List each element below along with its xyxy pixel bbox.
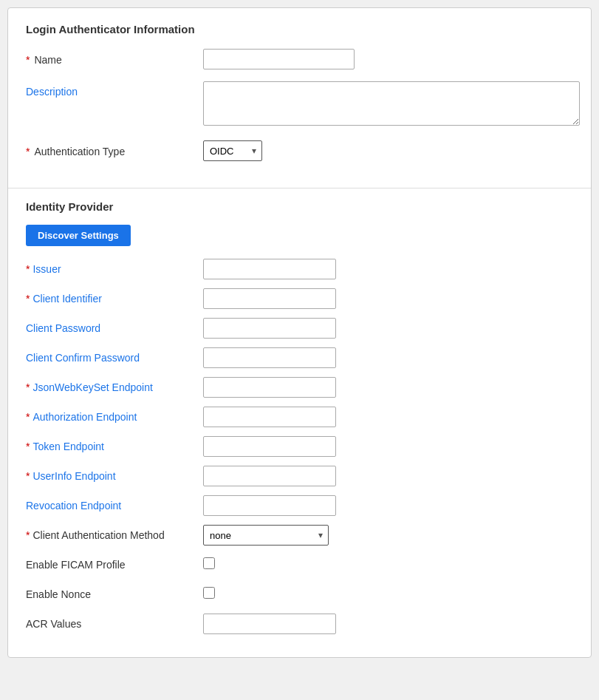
- userinfo-endpoint-label-col: * UserInfo Endpoint: [26, 470, 203, 482]
- client-identifier-input[interactable]: [203, 288, 336, 309]
- auth-type-row: * Authentication Type OIDC SAML Local: [26, 139, 573, 163]
- userinfo-endpoint-row: * UserInfo Endpoint: [26, 465, 573, 487]
- client-auth-method-required-star: *: [26, 529, 30, 541]
- enable-ficam-profile-field-col: [203, 557, 573, 572]
- name-row: * Name: [26, 47, 573, 71]
- login-authenticator-title: Login Authenticator Information: [26, 23, 573, 35]
- jwks-endpoint-row: * JsonWebKeySet Endpoint: [26, 376, 573, 398]
- authorization-endpoint-label: Authorization Endpoint: [32, 411, 137, 423]
- client-identifier-row: * Client Identifier: [26, 288, 573, 310]
- jwks-endpoint-input[interactable]: [203, 377, 336, 398]
- auth-type-field-col: OIDC SAML Local: [203, 140, 573, 161]
- jwks-endpoint-label-col: * JsonWebKeySet Endpoint: [26, 381, 203, 393]
- revocation-endpoint-label-col: Revocation Endpoint: [26, 500, 203, 512]
- acr-values-input[interactable]: [203, 614, 336, 634]
- client-identifier-field-col: [203, 288, 573, 309]
- token-endpoint-label-col: * Token Endpoint: [26, 441, 203, 452]
- userinfo-endpoint-field-col: [203, 466, 573, 486]
- token-endpoint-label: Token Endpoint: [32, 441, 104, 452]
- enable-ficam-profile-label: Enable FICAM Profile: [26, 559, 126, 571]
- name-required-star: *: [26, 54, 30, 66]
- revocation-endpoint-row: Revocation Endpoint: [26, 495, 573, 517]
- acr-values-field-col: [203, 614, 573, 634]
- authorization-endpoint-field-col: [203, 407, 573, 427]
- token-endpoint-row: * Token Endpoint: [26, 435, 573, 458]
- userinfo-endpoint-required-star: *: [26, 470, 30, 482]
- enable-ficam-profile-checkbox[interactable]: [203, 557, 215, 569]
- auth-type-select-wrapper: OIDC SAML Local: [203, 140, 262, 161]
- client-confirm-password-input[interactable]: [203, 347, 336, 368]
- client-confirm-password-label-col: Client Confirm Password: [26, 352, 203, 364]
- description-row: Description: [26, 81, 573, 129]
- enable-nonce-row: Enable Nonce: [26, 583, 573, 605]
- acr-values-row: ACR Values: [26, 613, 573, 635]
- client-password-input[interactable]: [203, 318, 336, 339]
- userinfo-endpoint-label: UserInfo Endpoint: [32, 470, 115, 482]
- client-password-label: Client Password: [26, 322, 100, 334]
- enable-nonce-field-col: [203, 587, 573, 602]
- token-endpoint-input[interactable]: [203, 436, 336, 457]
- client-auth-method-select[interactable]: none client_secret_basic client_secret_p…: [203, 525, 329, 546]
- enable-ficam-profile-label-col: Enable FICAM Profile: [26, 559, 203, 571]
- description-textarea[interactable]: [203, 81, 580, 126]
- name-label: Name: [34, 54, 61, 66]
- client-confirm-password-label: Client Confirm Password: [26, 352, 140, 364]
- jwks-endpoint-field-col: [203, 377, 573, 398]
- enable-ficam-profile-row: Enable FICAM Profile: [26, 554, 573, 576]
- auth-type-required-star: *: [26, 146, 30, 157]
- description-field-col: [203, 81, 580, 129]
- page-container: Login Authenticator Information * Name D…: [7, 7, 592, 658]
- issuer-label: Issuer: [32, 263, 61, 275]
- client-auth-method-field-col: none client_secret_basic client_secret_p…: [203, 525, 573, 546]
- name-input[interactable]: [203, 49, 355, 69]
- client-password-label-col: Client Password: [26, 322, 203, 334]
- description-label-col: Description: [26, 81, 203, 98]
- auth-type-label: Authentication Type: [34, 146, 125, 157]
- client-auth-method-row: * Client Authentication Method none clie…: [26, 524, 573, 546]
- enable-nonce-label-col: Enable Nonce: [26, 588, 203, 600]
- token-endpoint-field-col: [203, 436, 573, 457]
- revocation-endpoint-field-col: [203, 495, 573, 516]
- authorization-endpoint-label-col: * Authorization Endpoint: [26, 411, 203, 423]
- token-endpoint-required-star: *: [26, 441, 30, 452]
- login-authenticator-section: Login Authenticator Information * Name D…: [8, 8, 591, 188]
- client-auth-method-label: Client Authentication Method: [32, 529, 164, 541]
- description-label: Description: [26, 86, 78, 98]
- acr-values-label: ACR Values: [26, 618, 81, 630]
- authorization-endpoint-row: * Authorization Endpoint: [26, 406, 573, 428]
- client-identifier-label: Client Identifier: [32, 293, 101, 305]
- client-auth-method-select-wrapper: none client_secret_basic client_secret_p…: [203, 525, 329, 546]
- authorization-endpoint-input[interactable]: [203, 407, 336, 427]
- jwks-endpoint-required-star: *: [26, 381, 30, 393]
- client-password-field-col: [203, 318, 573, 339]
- auth-type-select[interactable]: OIDC SAML Local: [203, 140, 262, 161]
- issuer-input[interactable]: [203, 259, 336, 279]
- client-identifier-label-col: * Client Identifier: [26, 293, 203, 305]
- issuer-required-star: *: [26, 263, 30, 275]
- issuer-field-col: [203, 259, 573, 279]
- identity-provider-title: Identity Provider: [26, 200, 573, 213]
- client-identifier-required-star: *: [26, 293, 30, 305]
- acr-values-label-col: ACR Values: [26, 618, 203, 630]
- name-field-col: [203, 49, 573, 69]
- identity-provider-section: Identity Provider Discover Settings * Is…: [8, 188, 591, 657]
- auth-type-label-col: * Authentication Type: [26, 144, 203, 157]
- revocation-endpoint-input[interactable]: [203, 495, 336, 516]
- issuer-row: * Issuer: [26, 258, 573, 280]
- discover-settings-button[interactable]: Discover Settings: [26, 225, 131, 246]
- client-password-row: Client Password: [26, 317, 573, 339]
- revocation-endpoint-label: Revocation Endpoint: [26, 500, 121, 512]
- enable-nonce-checkbox[interactable]: [203, 587, 215, 599]
- authorization-endpoint-required-star: *: [26, 411, 30, 423]
- issuer-label-col: * Issuer: [26, 263, 203, 275]
- client-confirm-password-row: Client Confirm Password: [26, 347, 573, 369]
- name-label-col: * Name: [26, 52, 203, 66]
- client-confirm-password-field-col: [203, 347, 573, 368]
- enable-nonce-label: Enable Nonce: [26, 588, 91, 600]
- userinfo-endpoint-input[interactable]: [203, 466, 336, 486]
- client-auth-method-label-col: * Client Authentication Method: [26, 529, 203, 541]
- jwks-endpoint-label: JsonWebKeySet Endpoint: [32, 381, 152, 393]
